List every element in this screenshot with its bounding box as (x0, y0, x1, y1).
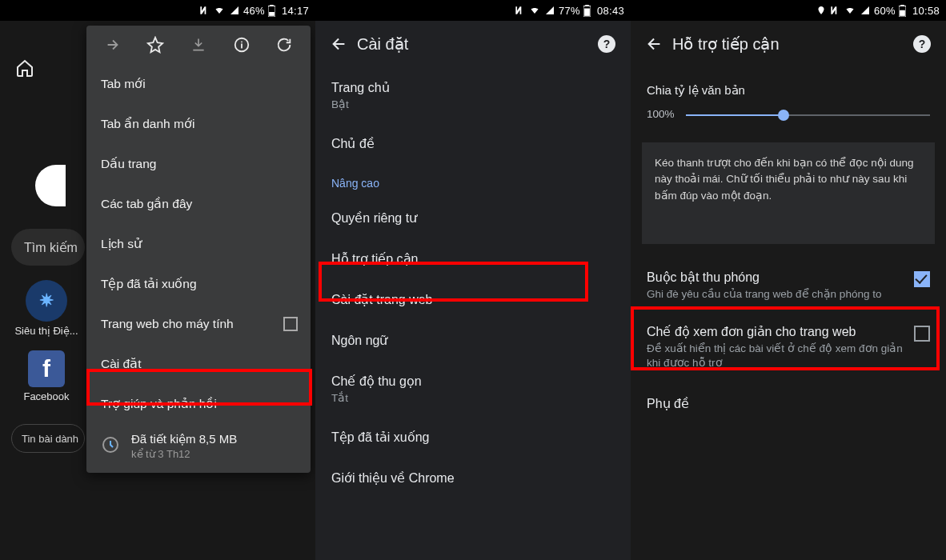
clock: 10:58 (912, 5, 940, 17)
data-saver-icon (101, 435, 120, 458)
data-saved-line2: kể từ 3 Th12 (131, 448, 237, 460)
clock: 08:43 (597, 5, 624, 17)
row-simplified-view[interactable]: Chế độ xem đơn giản cho trang web Đề xuấ… (631, 313, 946, 382)
app-bar: Hỗ trợ tiếp cận ? (631, 21, 946, 67)
wifi-icon (844, 6, 856, 15)
accessibility-body: Chia tỷ lệ văn bản 100% Kéo thanh trượt … (631, 67, 946, 426)
screenshot-panel-2: 77% 08:43 Cài đặt ? Trang chủ Bật Chủ đề… (315, 0, 631, 560)
menu-icon-row (86, 26, 311, 64)
battery-percent: 77% (559, 5, 580, 17)
wifi-icon (213, 6, 226, 15)
help-icon[interactable]: ? (589, 26, 624, 62)
home-icon[interactable] (11, 54, 38, 82)
menu-new-tab[interactable]: Tab mới (86, 64, 311, 104)
signal-icon (860, 6, 871, 15)
row-privacy[interactable]: Quyền riêng tư (315, 198, 631, 238)
overflow-menu: Tab mới Tab ẩn danh mới Dấu trang Các ta… (86, 26, 311, 473)
row-homepage[interactable]: Trang chủ Bật (315, 67, 631, 123)
svg-rect-7 (584, 8, 590, 15)
signal-icon (229, 6, 240, 15)
row-languages[interactable]: Ngôn ngữ (315, 320, 631, 361)
menu-help[interactable]: Trợ giúp và phản hồi (86, 384, 311, 424)
signal-icon (544, 6, 555, 15)
row-force-zoom[interactable]: Buộc bật thu phóng Ghi đè yêu cầu của tr… (631, 258, 946, 313)
text-scaling-label: Chia tỷ lệ văn bản (647, 83, 930, 98)
suggestion-chip[interactable]: Tin bài dành (11, 424, 85, 453)
menu-downloads[interactable]: Tệp đã tải xuống (86, 264, 311, 304)
svg-rect-2 (269, 12, 275, 16)
status-bar: 46% 14:17 (0, 0, 315, 21)
clock: 14:17 (282, 5, 309, 17)
row-accessibility[interactable]: Hỗ trợ tiếp cận (315, 238, 631, 279)
row-downloads[interactable]: Tệp đã tải xuống (315, 417, 631, 458)
battery-percent: 46% (243, 5, 265, 17)
svg-rect-10 (900, 10, 905, 15)
star-icon[interactable] (139, 29, 171, 61)
data-saved-line1: Đã tiết kiệm 8,5 MB (131, 432, 237, 446)
status-bar: 60% 10:58 (631, 0, 946, 21)
wifi-icon (528, 6, 541, 15)
info-icon[interactable] (226, 29, 258, 61)
menu-bookmarks[interactable]: Dấu trang (86, 144, 311, 184)
row-site-settings[interactable]: Cài đặt trang web (315, 279, 631, 320)
back-icon[interactable] (322, 26, 357, 62)
nfc-icon (198, 5, 210, 16)
location-icon (816, 5, 826, 16)
download-icon[interactable] (182, 29, 214, 61)
menu-recent-tabs[interactable]: Các tab gần đây (86, 184, 311, 224)
row-theme[interactable]: Chủ đề (315, 123, 631, 164)
section-advanced: Nâng cao (315, 164, 631, 198)
app-bar: Cài đặt ? (315, 21, 631, 67)
battery-icon (268, 5, 275, 17)
row-lite-mode[interactable]: Chế độ thu gọn Tắt (315, 361, 631, 417)
menu-incognito[interactable]: Tab ẩn danh mới (86, 104, 311, 144)
status-bar: 77% 08:43 (315, 0, 631, 21)
site-shortcut-2[interactable]: f (28, 350, 65, 387)
battery-percent: 60% (874, 5, 896, 17)
nfc-icon (829, 5, 840, 16)
battery-icon (899, 5, 906, 17)
text-scaling-value: 100% (647, 108, 675, 120)
screenshot-panel-3: 60% 10:58 Hỗ trợ tiếp cận ? Chia tỷ lệ v… (631, 0, 946, 560)
menu-history[interactable]: Lịch sử (86, 224, 311, 264)
desktop-site-checkbox[interactable] (283, 317, 298, 331)
force-zoom-checkbox[interactable] (914, 271, 930, 287)
search-placeholder: Tìm kiếm (24, 240, 78, 255)
row-captions[interactable]: Phụ đề (631, 382, 946, 426)
screenshot-panel-1: 46% 14:17 Tìm kiếm ✷ Siêu thị Điệ... f F… (0, 0, 315, 560)
nfc-icon (514, 5, 525, 16)
site-shortcut-1[interactable]: ✷ (26, 280, 67, 322)
forward-icon[interactable] (97, 29, 129, 61)
text-scaling-block: Chia tỷ lệ văn bản 100% (631, 75, 946, 138)
battery-icon (583, 5, 591, 17)
page-title: Hỗ trợ tiếp cận (672, 34, 904, 54)
search-input[interactable]: Tìm kiếm (11, 229, 85, 266)
help-icon[interactable]: ? (904, 26, 940, 62)
google-logo-partial (35, 165, 66, 206)
back-icon[interactable] (637, 26, 672, 62)
row-about[interactable]: Giới thiệu về Chrome (315, 458, 631, 498)
page-title: Cài đặt (357, 34, 589, 54)
menu-settings[interactable]: Cài đặt (86, 344, 311, 384)
sample-text-box: Kéo thanh trượt cho đến khi bạn có thể đ… (642, 142, 935, 244)
text-scaling-slider[interactable] (686, 106, 930, 125)
simplified-view-checkbox[interactable] (914, 326, 930, 342)
settings-list: Trang chủ Bật Chủ đề Nâng cao Quyền riên… (315, 67, 631, 498)
site-shortcut-2-label: Facebook (14, 390, 78, 402)
site-shortcut-1-label: Siêu thị Điệ... (14, 325, 78, 337)
reload-icon[interactable] (268, 29, 300, 61)
menu-desktop-site[interactable]: Trang web cho máy tính (86, 304, 311, 344)
menu-data-saver[interactable]: Đã tiết kiệm 8,5 MB kể từ 3 Th12 (86, 424, 311, 465)
